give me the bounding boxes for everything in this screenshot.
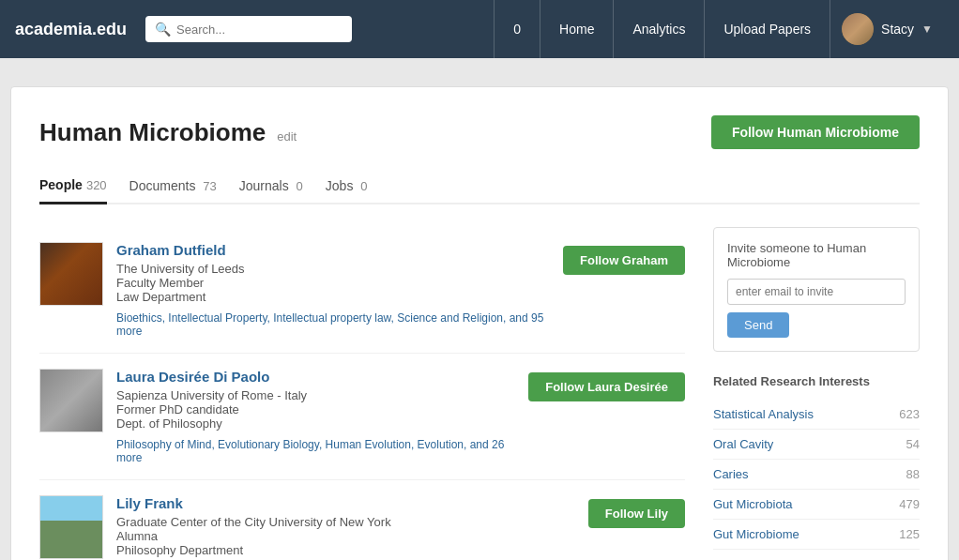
page-title: Human Microbiome xyxy=(39,118,266,147)
related-count-1: 54 xyxy=(906,437,920,451)
table-row: Laura Desirée Di Paolo Sapienza Universi… xyxy=(39,354,685,480)
person-name-2[interactable]: Lily Frank xyxy=(116,495,575,511)
invite-title: Invite someone to Human Microbiome xyxy=(727,241,906,269)
person-name-1[interactable]: Laura Desirée Di Paolo xyxy=(116,369,515,385)
person-dept-1: Dept. of Philosophy xyxy=(116,416,515,431)
chevron-down-icon: ▼ xyxy=(921,23,933,36)
person-info-0: Graham Dutfield The University of Leeds … xyxy=(116,242,550,338)
navbar-upload-papers-link[interactable]: Upload Papers xyxy=(705,0,830,58)
person-tags-1: Philosophy of Mind, Evolutionary Biology… xyxy=(116,438,515,464)
tab-documents[interactable]: Documents 73 xyxy=(129,169,217,203)
table-row: Lily Frank Graduate Center of the City U… xyxy=(39,480,685,560)
list-item: Metagenomics 1,646 xyxy=(713,550,920,560)
navbar-counter: 0 xyxy=(494,0,540,58)
people-list: Graham Dutfield The University of Leeds … xyxy=(39,227,685,560)
list-item: Oral Cavity 54 xyxy=(713,430,920,460)
person-university-0: The University of Leeds xyxy=(116,262,550,276)
search-icon: 🔍 xyxy=(155,22,171,37)
related-count-2: 88 xyxy=(906,467,920,481)
person-dept-2: Philosophy Department xyxy=(116,543,575,557)
navbar-analytics-link[interactable]: Analytics xyxy=(614,0,705,58)
list-item: Gut Microbiome 125 xyxy=(713,520,920,550)
person-role-1: Former PhD candidate xyxy=(116,402,515,416)
tabs-bar: People320 Documents 73 Journals 0 Jobs 0 xyxy=(39,168,920,204)
tab-journals[interactable]: Journals 0 xyxy=(239,169,303,203)
invite-email-input[interactable] xyxy=(727,279,906,305)
navbar-username: Stacy xyxy=(881,22,914,37)
tab-journals-count: 0 xyxy=(297,179,303,193)
related-items-list: Statistical Analysis 623 Oral Cavity 54 … xyxy=(713,400,920,560)
navbar-home-link[interactable]: Home xyxy=(540,0,614,58)
tab-people-count: 320 xyxy=(86,178,107,192)
person-role-0: Faculty Member xyxy=(116,276,550,290)
list-item: Gut Microbiota 479 xyxy=(713,490,920,520)
person-avatar-1 xyxy=(39,369,103,432)
invite-box: Invite someone to Human Microbiome Send xyxy=(713,227,920,352)
send-button[interactable]: Send xyxy=(727,312,789,338)
follow-button-2[interactable]: Follow Lily xyxy=(588,499,685,528)
page-title-group: Human Microbiome edit xyxy=(39,118,297,147)
tab-documents-label: Documents xyxy=(129,178,196,193)
tab-jobs-label: Jobs xyxy=(326,178,354,193)
person-info-2: Lily Frank Graduate Center of the City U… xyxy=(116,495,575,560)
follow-main-button[interactable]: Follow Human Microbiome xyxy=(711,115,920,149)
related-link-4[interactable]: Gut Microbiome xyxy=(713,527,799,541)
tab-jobs-count: 0 xyxy=(360,179,367,193)
person-university-2: Graduate Center of the City University o… xyxy=(116,515,575,529)
edit-link[interactable]: edit xyxy=(277,129,297,144)
list-item: Statistical Analysis 623 xyxy=(713,400,920,430)
related-link-1[interactable]: Oral Cavity xyxy=(713,437,773,451)
avatar xyxy=(842,13,874,45)
list-item: Caries 88 xyxy=(713,460,920,490)
tab-documents-count: 73 xyxy=(203,179,216,193)
navbar-user-menu[interactable]: Stacy ▼ xyxy=(830,0,944,58)
person-info-1: Laura Desirée Di Paolo Sapienza Universi… xyxy=(116,369,515,464)
follow-button-0[interactable]: Follow Graham xyxy=(563,246,685,275)
tab-jobs[interactable]: Jobs 0 xyxy=(326,169,368,203)
related-count-3: 479 xyxy=(899,497,920,511)
person-dept-0: Law Department xyxy=(116,290,550,304)
related-link-0[interactable]: Statistical Analysis xyxy=(713,407,814,421)
related-link-3[interactable]: Gut Microbiota xyxy=(713,497,793,511)
person-avatar-2 xyxy=(39,495,103,559)
follow-button-1[interactable]: Follow Laura Desirée xyxy=(528,372,685,401)
related-title: Related Research Interests xyxy=(713,374,920,388)
person-avatar-0 xyxy=(39,242,103,306)
tab-people-label: People xyxy=(39,177,83,192)
search-input[interactable] xyxy=(176,23,336,37)
related-link-2[interactable]: Caries xyxy=(713,467,749,481)
related-count-4: 125 xyxy=(899,527,920,541)
main-container: Human Microbiome edit Follow Human Micro… xyxy=(10,86,949,560)
avatar-image xyxy=(842,13,874,45)
table-row: Graham Dutfield The University of Leeds … xyxy=(39,227,685,354)
search-box: 🔍 xyxy=(145,16,352,42)
tab-journals-label: Journals xyxy=(239,178,289,193)
person-name-0[interactable]: Graham Dutfield xyxy=(116,242,550,258)
content-layout: Graham Dutfield The University of Leeds … xyxy=(39,227,920,560)
person-university-1: Sapienza University of Rome - Italy xyxy=(116,388,515,402)
navbar: academia.edu 🔍 0 Home Analytics Upload P… xyxy=(0,0,959,58)
related-interests: Related Research Interests Statistical A… xyxy=(713,374,920,560)
page-header: Human Microbiome edit Follow Human Micro… xyxy=(39,115,920,149)
tab-people[interactable]: People320 xyxy=(39,168,107,204)
person-role-2: Alumna xyxy=(116,529,575,543)
related-count-0: 623 xyxy=(899,407,920,421)
brand-logo[interactable]: academia.edu xyxy=(15,20,127,39)
person-tags-0: Bioethics, Intellectual Property, Intell… xyxy=(116,311,550,338)
sidebar: Invite someone to Human Microbiome Send … xyxy=(713,227,920,560)
